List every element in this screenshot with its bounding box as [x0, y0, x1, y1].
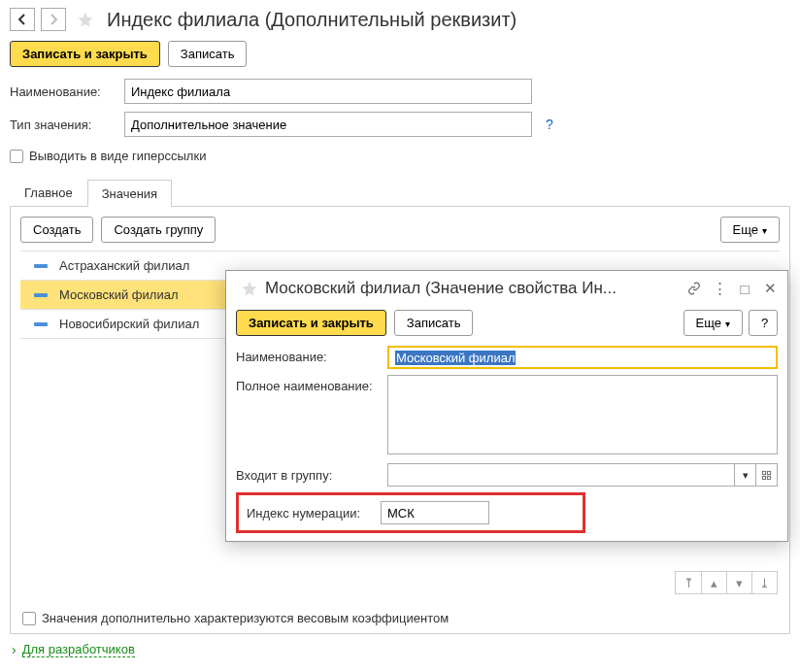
modal-name-input[interactable]: Московский филиал [387, 346, 778, 369]
modal-name-label: Наименование: [236, 346, 380, 364]
page-title: Индекс филиала (Дополнительный реквизит) [107, 9, 517, 31]
move-top-icon[interactable]: ⤒ [676, 572, 701, 593]
chevron-right-icon: › [12, 642, 17, 657]
create-group-button[interactable]: Создать группу [101, 217, 216, 243]
close-icon[interactable]: ✕ [762, 281, 778, 296]
modal-group-input[interactable] [387, 463, 735, 487]
name-input[interactable] [124, 79, 532, 104]
group-dropdown-button[interactable]: ▾ [735, 463, 756, 487]
modal-title: Московский филиал (Значение свойства Ин.… [265, 279, 673, 298]
nav-back-button[interactable] [10, 8, 35, 31]
help-icon[interactable]: ? [546, 117, 553, 132]
modal-help-button[interactable]: ? [749, 310, 778, 336]
developers-link-label: Для разработчиков [22, 642, 135, 657]
move-down-icon[interactable]: ▾ [726, 572, 751, 593]
list-marker-icon [34, 322, 48, 326]
developers-link[interactable]: › Для разработчиков [0, 634, 800, 665]
type-input[interactable] [124, 112, 532, 137]
favorite-star-icon[interactable] [76, 10, 95, 29]
chevron-down-icon: ▾ [725, 319, 730, 329]
name-label: Наименование: [10, 84, 117, 99]
weight-checkbox-label: Значения дополнительно характеризуются в… [42, 611, 449, 625]
list-item-label: Астраханский филиал [59, 258, 189, 273]
arrow-right-icon [48, 14, 59, 25]
create-button[interactable]: Создать [20, 217, 93, 243]
modal-fullname-label: Полное наименование: [236, 375, 380, 393]
modal-more-button[interactable]: Еще▾ [683, 310, 743, 336]
chevron-down-icon: ▾ [762, 225, 767, 236]
maximize-icon[interactable]: □ [737, 281, 752, 296]
list-order-toolbar: ⤒ ▴ ▾ ⤓ [675, 571, 778, 594]
nav-forward-button[interactable] [41, 8, 66, 31]
modal-group-label: Входит в группу: [236, 468, 380, 483]
svg-rect-2 [762, 476, 765, 479]
modal-index-label: Индекс нумерации: [247, 506, 373, 521]
modal-save-and-close-button[interactable]: Записать и закрыть [236, 310, 386, 336]
group-open-button[interactable] [756, 463, 778, 487]
svg-rect-3 [767, 476, 770, 479]
tab-main[interactable]: Главное [10, 179, 87, 206]
save-button[interactable]: Записать [168, 41, 248, 67]
svg-rect-1 [767, 471, 770, 474]
modal-index-input[interactable] [381, 501, 489, 524]
type-label: Тип значения: [10, 118, 117, 132]
move-bottom-icon[interactable]: ⤓ [751, 572, 777, 593]
tab-values[interactable]: Значения [87, 180, 172, 207]
edit-value-modal: Московский филиал (Значение свойства Ин.… [225, 270, 788, 542]
more-button[interactable]: Еще▾ [720, 217, 780, 243]
arrow-left-icon [17, 14, 28, 25]
list-item-label: Новосибирский филиал [59, 317, 199, 331]
save-and-close-button[interactable]: Записать и закрыть [10, 41, 160, 67]
index-highlight-box: Индекс нумерации: [236, 492, 585, 533]
link-icon[interactable] [686, 281, 702, 296]
kebab-menu-icon[interactable]: ⋮ [712, 281, 727, 296]
svg-rect-0 [762, 471, 765, 474]
hyperlink-checkbox[interactable] [10, 150, 23, 163]
modal-fullname-textarea[interactable] [387, 375, 778, 454]
modal-save-button[interactable]: Записать [394, 310, 474, 336]
list-item-label: Московский филиал [59, 287, 178, 302]
hyperlink-checkbox-label: Выводить в виде гиперссылки [29, 149, 206, 163]
modal-favorite-star-icon[interactable] [240, 279, 259, 298]
weight-checkbox[interactable] [22, 612, 36, 625]
list-marker-icon [34, 293, 48, 297]
move-up-icon[interactable]: ▴ [701, 572, 726, 593]
list-marker-icon [34, 264, 48, 268]
